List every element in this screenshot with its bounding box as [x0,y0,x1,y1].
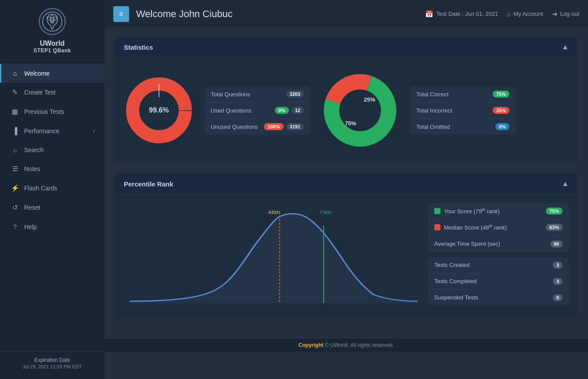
logout-link[interactable]: ➜ Log out [552,10,579,18]
sidebar-item-create-test[interactable]: ✎ Create Test [0,83,105,102]
reset-icon: ↺ [11,204,19,211]
sidebar-item-flash-cards[interactable]: ⚡ Flash Cards [0,179,105,198]
tests-completed-value: 3 [553,278,563,285]
your-score-color [434,208,440,214]
sidebar-item-label: Welcome [24,70,50,77]
brand-name: UWorld [40,40,65,47]
header-actions: 📅 Test Date : Jun 01, 2021 ⌂ My Account … [425,10,579,18]
brand-sub: STEP1 QBank [33,47,71,54]
percentile-title: Percentile Rank [124,180,173,188]
total-incorrect-row: Total Incorrect 25% [410,102,516,119]
content-area: Statistics ▲ 99.6% [105,28,588,338]
statistics-section: Statistics ▲ 99.6% [115,37,577,163]
questions-table: Total Questions 3203 Used Questions 0% 1… [205,86,310,135]
donut2-incorrect-label: 25% [364,96,375,102]
suspended-value: 0 [553,294,563,301]
calendar-icon: 📅 [425,10,433,18]
percentile-info: Your Score (79th rank) 75% Median Score … [428,203,569,306]
statistics-header: Statistics ▲ [115,37,577,58]
percentile-collapse-button[interactable]: ▲ [562,180,569,188]
sidebar-item-label: Flash Cards [24,185,57,192]
logo-area: UWorld STEP1 QBank [0,0,105,60]
total-questions-badge: 3203 [286,91,304,98]
sidebar-item-welcome[interactable]: ⌂ Welcome [0,64,105,83]
tests-completed-label: Tests Completed [434,278,477,284]
performance-table: Total Correct 75% Total Incorrect 25% To… [410,86,516,135]
chevron-icon: › [93,128,95,134]
sidebar-item-performance[interactable]: ▐ Performance › [0,121,105,140]
sidebar-footer: Expiration Date Jul 29, 2021 11:59 PM ED… [0,351,105,375]
test-date[interactable]: 📅 Test Date : Jun 01, 2021 [425,10,498,18]
your-score-row: Your Score (79th rank) 75% [428,203,569,219]
used-pct-badge: 0% [275,107,289,114]
total-omitted-label: Total Omitted [416,124,450,130]
create-test-icon: ✎ [11,88,19,96]
avg-time-label: Average Time Spent (sec) [434,241,500,247]
total-questions-row: Total Questions 3203 [205,86,310,102]
donut2-correct-label: 75% [345,120,356,126]
unused-questions-row: Unused Questions 100% 3191 [205,119,310,135]
previous-tests-icon: ▦ [11,108,19,116]
tests-completed-row: Tests Completed 3 [428,273,569,290]
svg-text:79th: 79th [319,209,332,215]
total-correct-badge: 75% [493,91,509,98]
nav-list: ⌂ Welcome ✎ Create Test ▦ Previous Tests… [0,64,105,351]
score-table: Your Score (79th rank) 75% Median Score … [428,203,569,252]
performance-icon: ▐ [11,127,19,135]
total-omitted-badge: 0% [495,123,509,130]
header: ≡ Welcome John Ciubuc 📅 Test Date : Jun … [105,0,588,28]
sidebar-item-help[interactable]: ? Help [0,217,105,236]
percentile-body: 48th 79th Your Score (79th rank) [115,194,577,319]
search-icon: ⌕ [11,146,19,153]
statistics-body: 99.6% Total Questions 3203 Used Question… [115,58,577,163]
sidebar-item-label: Performance [24,128,59,135]
sidebar-item-search[interactable]: ⌕ Search [0,140,105,159]
logout-label: Log out [560,11,579,17]
footer: Copyright © UWorld. All rights reserved. [105,338,588,352]
expiration-label: Expiration Date [7,357,97,363]
sidebar-item-notes[interactable]: ☰ Notes [0,159,105,179]
menu-button[interactable]: ≡ [113,6,129,22]
logo-icon [41,11,63,33]
help-icon: ? [11,223,19,230]
sidebar-item-reset[interactable]: ↺ Reset [0,198,105,217]
test-date-label: Test Date : Jun 01, 2021 [436,11,498,17]
svg-text:48th: 48th [268,209,281,215]
tests-created-row: Tests Created 3 [428,257,569,273]
used-count-badge: 12 [292,107,304,114]
page-title: Welcome John Ciubuc [136,8,425,20]
median-score-label: Median Score (48th rank) [434,224,507,231]
your-score-label: Your Score (79th rank) [434,208,500,215]
expiration-date: Jul 29, 2021 11:59 PM EDT [7,364,97,369]
total-questions-label: Total Questions [211,91,250,98]
sidebar: UWorld STEP1 QBank ⌂ Welcome ✎ Create Te… [0,0,105,379]
footer-text: © UWorld. All rights reserved. [324,342,394,348]
donut1-label: 99.6% [149,106,169,114]
main-content: ≡ Welcome John Ciubuc 📅 Test Date : Jun … [105,0,588,379]
percentile-header: Percentile Rank ▲ [115,174,577,194]
logout-icon: ➜ [552,10,558,18]
sidebar-item-label: Help [24,223,37,230]
logo-circle [39,8,66,35]
total-incorrect-label: Total Incorrect [416,107,452,114]
sidebar-item-label: Notes [24,165,40,172]
my-account-link[interactable]: ⌂ My Account [507,10,543,18]
used-questions-label: Used Questions [211,107,252,114]
burger-icon: ≡ [119,10,123,18]
statistics-title: Statistics [124,44,153,51]
statistics-collapse-button[interactable]: ▲ [562,43,569,51]
used-questions-chart: 99.6% [124,75,194,146]
sidebar-item-label: Previous Tests [24,108,64,115]
my-account-label: My Account [513,11,543,17]
median-score-row: Median Score (48th rank) 63% [428,219,569,236]
median-score-badge: 63% [546,224,563,231]
welcome-icon: ⌂ [11,69,19,77]
suspended-tests-row: Suspended Tests 0 [428,290,569,306]
tests-created-label: Tests Created [434,262,469,268]
sidebar-item-previous-tests[interactable]: ▦ Previous Tests [0,102,105,121]
account-icon: ⌂ [507,10,511,18]
unused-questions-label: Unused Questions [211,124,258,130]
sidebar-item-label: Create Test [24,89,55,96]
total-omitted-row: Total Omitted 0% [410,119,516,135]
used-questions-row: Used Questions 0% 12 [205,102,310,119]
